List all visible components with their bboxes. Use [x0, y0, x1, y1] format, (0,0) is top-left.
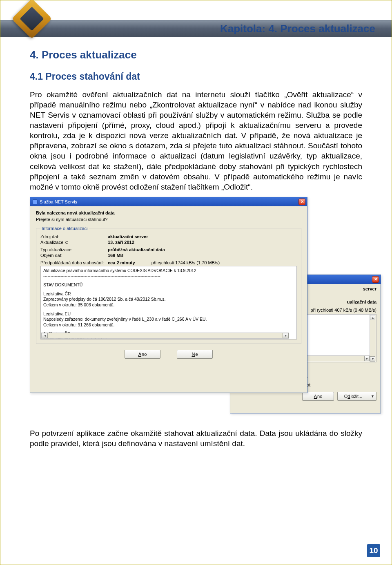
scrollbar-horizontal[interactable]: ◂ ▸: [41, 333, 289, 339]
value-to: 13. září 2012: [108, 240, 134, 245]
close-button-back[interactable]: ✕: [372, 276, 379, 283]
yes-button[interactable]: Ano: [125, 350, 160, 359]
value-type: průběžná aktualizační data: [108, 247, 165, 252]
chapter-prefix: Kapitola:: [220, 22, 268, 35]
close-button[interactable]: ✕: [298, 199, 305, 205]
defer-split-button[interactable]: Odložit... ▼: [337, 392, 376, 401]
scroll-up-icon[interactable]: ▴: [370, 315, 375, 320]
no-button[interactable]: Ne: [177, 350, 213, 359]
changes-textarea[interactable]: Aktualizace právního informačního systém…: [40, 266, 297, 339]
label-type: Typ aktualizace:: [40, 247, 108, 252]
group-legend: Informace o aktualizaci: [40, 226, 89, 231]
chapter-name: 4. Proces aktualizace: [268, 22, 375, 35]
app-icon: [33, 199, 38, 204]
chevron-down-icon[interactable]: ▼: [369, 392, 376, 401]
defer-button[interactable]: Odložit...: [337, 392, 369, 401]
yes-button-back[interactable]: Ano: [302, 392, 334, 401]
ta-line: ----------------------------------------…: [43, 273, 294, 279]
value-size: 169 MB: [108, 253, 124, 258]
scroll-right-icon[interactable]: ▸: [283, 333, 289, 338]
page: Kapitola: 4. Proces aktualizace 4. Proce…: [0, 0, 392, 565]
scroll-left-icon[interactable]: ◂: [42, 333, 48, 338]
value-source: aktualizační server: [108, 234, 148, 239]
label-duration: Předpokládaná doba stahování:: [40, 260, 108, 265]
page-number: 10: [367, 544, 380, 557]
ta-line: STAV DOKUMENTŮ: [43, 282, 294, 288]
section-heading: 4. Proces aktualizace: [30, 49, 362, 61]
ta-line: Celkem v okruhu: 91 266 dokumentů.: [43, 322, 294, 328]
header: Kapitola: 4. Proces aktualizace: [0, 0, 392, 37]
label-to: Aktualizace k:: [40, 240, 108, 245]
ta-line: Zapracovány předpisy do čá 106/2012 Sb. …: [43, 297, 294, 302]
ta-line: Naposledy zařazeno: dokumenty zveřejněny…: [43, 317, 294, 322]
scroll-down-icon[interactable]: ▾: [370, 356, 375, 362]
label-source: Zdroj dat:: [40, 234, 108, 239]
screenshot-group: ✕ server ualizační data při rychlosti 40…: [30, 197, 362, 418]
dialog-heading: Byla nalezena nová aktualizační data: [36, 210, 301, 215]
info-group: Informace o aktualizaci Zdroj dat:aktual…: [36, 226, 301, 344]
ta-line: Legislativa EU: [43, 311, 294, 317]
value-duration: cca 2 minuty: [108, 260, 135, 265]
paragraph-2: Po potvrzení aplikace začne okamžitě sta…: [30, 428, 362, 449]
label-size: Objem dat:: [40, 253, 108, 258]
scrollbar-vertical[interactable]: ▴ ▾: [370, 315, 376, 362]
dialog-subheading: Přejete si nyní aktualizaci stáhnout?: [36, 217, 301, 222]
scroll-right-icon[interactable]: ▸: [364, 356, 370, 361]
chapter-title: Kapitola: 4. Proces aktualizace: [220, 22, 375, 35]
dialog-front: Služba NET Servis ✕ Byla nalezena nová a…: [30, 197, 307, 393]
value-duration-extra: při rychlosti 1744 kB/s (1,70 MB/s): [151, 260, 220, 265]
titlebar-front: Služba NET Servis ✕: [30, 197, 307, 206]
ta-line: Legislativa ČR: [43, 291, 294, 297]
ta-line: Aktualizace právního informačního systém…: [43, 268, 294, 274]
ta-line: Celkem v okruhu: 35 003 dokumentů.: [43, 302, 294, 308]
content: 4. Proces aktualizace 4.1 Proces stahová…: [0, 37, 392, 449]
paragraph-1: Pro okamžité ověření aktualizačních dat …: [30, 89, 362, 192]
subsection-heading: 4.1 Proces stahování dat: [30, 71, 362, 82]
dialog-title: Služba NET Servis: [40, 199, 77, 204]
